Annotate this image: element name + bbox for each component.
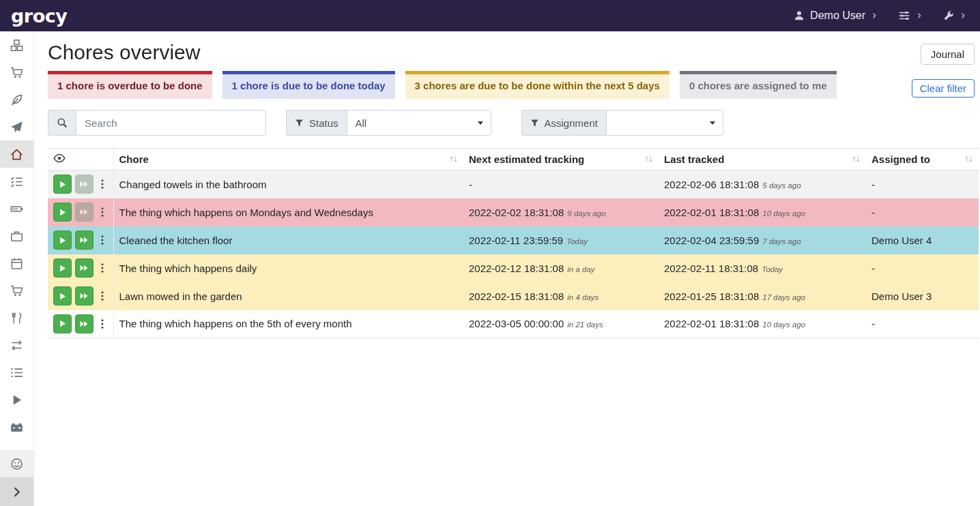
timestamp: 2022-02-04 23:59:59 bbox=[664, 235, 759, 246]
page-header: Chores overview Journal bbox=[48, 38, 979, 70]
play-icon bbox=[58, 292, 67, 301]
chore-name: The thing which happens on Mondays and W… bbox=[113, 198, 463, 226]
row-menu-button[interactable] bbox=[97, 314, 108, 333]
fast-forward-icon bbox=[79, 235, 89, 245]
timestamp: 2022-02-11 23:59:59 bbox=[469, 235, 563, 246]
sidebar-item-equipment[interactable] bbox=[0, 222, 33, 250]
timestamp: 2022-02-02 18:31:08 bbox=[469, 207, 564, 218]
user-menu[interactable]: Demo User bbox=[794, 10, 878, 22]
filter-bar: Status All Assignment bbox=[48, 110, 979, 136]
sidebar-item-chore-tracking[interactable] bbox=[0, 386, 33, 413]
assignment-filter-label: Assignment bbox=[545, 117, 598, 129]
sidebar-item-user-menu[interactable] bbox=[0, 450, 33, 477]
time-ago: Today bbox=[566, 237, 588, 245]
skip-chore-button[interactable] bbox=[75, 314, 93, 333]
utensils-icon bbox=[10, 312, 23, 325]
home-icon bbox=[10, 148, 23, 161]
sidebar-item-meal-plan[interactable] bbox=[0, 113, 33, 140]
briefcase-icon bbox=[10, 230, 23, 243]
status-select[interactable]: All bbox=[347, 110, 491, 136]
assigned-to-cell: - bbox=[866, 198, 979, 226]
sidebar-item-purchase[interactable] bbox=[0, 277, 33, 304]
status-banner-info[interactable]: 1 chore is due to be done today bbox=[222, 71, 395, 99]
next-tracking-cell: 2022-02-12 18:31:08in a day bbox=[463, 254, 659, 282]
row-menu-button[interactable] bbox=[97, 230, 108, 250]
header-next-estimated-tracking[interactable]: Next estimated tracking bbox=[463, 149, 659, 170]
journal-button[interactable]: Journal bbox=[921, 44, 975, 65]
status-banner-secondary[interactable]: 0 chores are assigned to me bbox=[680, 71, 837, 99]
search-addon bbox=[48, 110, 76, 136]
cart-icon bbox=[10, 66, 23, 79]
main-content: Chores overview Journal 1 chore is overd… bbox=[34, 31, 980, 506]
search-input[interactable] bbox=[76, 110, 266, 136]
timestamp: 2022-02-12 18:31:08 bbox=[469, 263, 564, 274]
clear-filter-button[interactable]: Clear filter bbox=[912, 79, 975, 98]
time-ago: in 4 days bbox=[567, 293, 599, 301]
sort-icon bbox=[964, 155, 973, 164]
column-visibility-header[interactable] bbox=[48, 149, 113, 170]
header-assigned-to[interactable]: Assigned to bbox=[866, 149, 979, 170]
status-banner-warning[interactable]: 3 chores are due to be done within the n… bbox=[405, 71, 669, 99]
row-menu-button[interactable] bbox=[97, 258, 108, 278]
track-chore-button[interactable] bbox=[53, 258, 72, 278]
assigned-to-cell: Demo User 4 bbox=[866, 226, 979, 254]
row-menu-button[interactable] bbox=[97, 286, 108, 306]
sidebar-item-chores-overview[interactable] bbox=[0, 140, 33, 168]
sidebar-item-inventory[interactable] bbox=[0, 359, 33, 386]
ellipsis-vertical-icon bbox=[97, 207, 108, 218]
chore-name: The thing which happens on the 5th of ev… bbox=[113, 310, 463, 338]
sort-icon bbox=[644, 155, 653, 164]
settings-menu[interactable] bbox=[898, 10, 923, 22]
sidebar-item-tasks[interactable] bbox=[0, 168, 33, 195]
wrench-icon bbox=[943, 10, 954, 21]
sidebar-item-battery-tracking[interactable] bbox=[0, 413, 33, 441]
chore-row: Cleaned the kitchen floor2022-02-11 23:5… bbox=[48, 226, 979, 254]
cart-icon bbox=[10, 284, 23, 297]
grocy-logo[interactable]: grocy bbox=[11, 5, 67, 27]
assignment-filter-group: Assignment bbox=[521, 110, 723, 136]
time-ago: 10 days ago bbox=[762, 209, 805, 218]
track-chore-button[interactable] bbox=[53, 286, 72, 306]
play-icon bbox=[58, 180, 67, 189]
header-last-tracked[interactable]: Last tracked bbox=[659, 149, 866, 170]
time-ago: 9 days ago bbox=[567, 209, 605, 218]
boxes-icon bbox=[10, 39, 23, 52]
row-menu-button[interactable] bbox=[97, 175, 108, 194]
skip-chore-button[interactable] bbox=[75, 286, 93, 306]
sidebar-item-stock-overview[interactable] bbox=[0, 31, 33, 59]
assigned-to-cell: - bbox=[866, 254, 979, 282]
sidebar-item-consume[interactable] bbox=[0, 304, 33, 331]
sidebar-item-shopping-list[interactable] bbox=[0, 59, 33, 86]
header-chore[interactable]: Chore bbox=[113, 149, 463, 170]
timestamp: 2022-02-06 18:31:08 bbox=[664, 179, 759, 190]
track-chore-button[interactable] bbox=[53, 314, 72, 333]
sidebar bbox=[0, 31, 34, 506]
chore-name: Changed towels in the bathroom bbox=[113, 170, 463, 198]
track-chore-button[interactable] bbox=[53, 203, 72, 222]
sidebar-item-recipes[interactable] bbox=[0, 86, 33, 113]
track-chore-button[interactable] bbox=[53, 230, 72, 250]
paper-plane-icon bbox=[10, 121, 23, 134]
admin-menu[interactable] bbox=[943, 10, 966, 21]
skip-chore-button[interactable] bbox=[75, 258, 93, 278]
navbar-actions: Demo User bbox=[794, 10, 966, 22]
fast-forward-icon bbox=[79, 291, 89, 301]
status-banner-danger[interactable]: 1 chore is overdue to be done bbox=[48, 71, 212, 99]
row-menu-button[interactable] bbox=[97, 203, 108, 222]
sidebar-item-transfer[interactable] bbox=[0, 331, 33, 359]
sidebar-item-calendar[interactable] bbox=[0, 250, 33, 277]
skip-chore-button bbox=[75, 203, 93, 222]
page-title: Chores overview bbox=[48, 41, 200, 64]
skip-chore-button[interactable] bbox=[75, 230, 93, 250]
sidebar-item-batteries-overview[interactable] bbox=[0, 195, 33, 222]
sidebar-item-collapse-sidebar[interactable] bbox=[0, 477, 33, 506]
play-icon bbox=[10, 393, 23, 406]
time-ago: 17 days ago bbox=[762, 293, 805, 301]
status-banners: 1 chore is overdue to be done1 chore is … bbox=[48, 71, 837, 99]
ellipsis-vertical-icon bbox=[97, 291, 108, 301]
assignment-select[interactable] bbox=[606, 110, 723, 136]
user-icon bbox=[794, 10, 805, 21]
track-chore-button[interactable] bbox=[53, 175, 72, 194]
chores-table: Chore Next estimated tracking Last track… bbox=[48, 148, 979, 338]
smiley-icon bbox=[10, 458, 23, 471]
